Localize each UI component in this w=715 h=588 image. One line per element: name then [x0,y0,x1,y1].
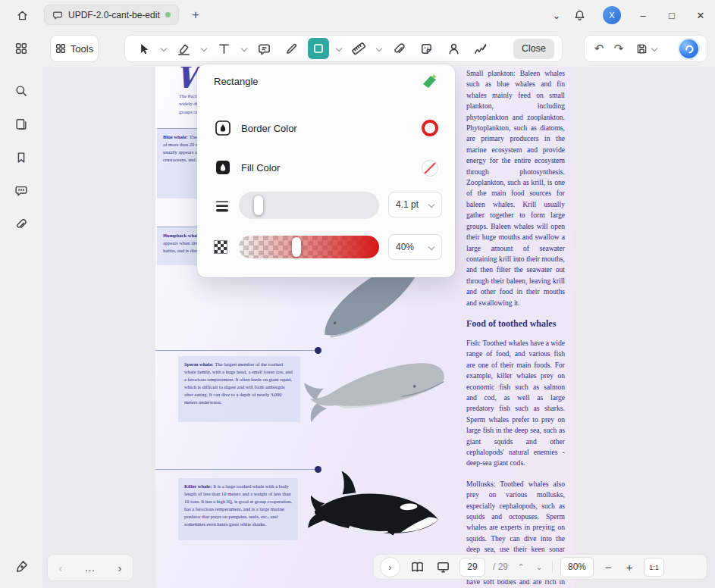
fill-color-icon [214,158,232,177]
search-icon [14,84,28,98]
sidebar-item-attachments[interactable] [8,211,35,238]
attachment-tool[interactable] [388,38,409,59]
chat-bubble-icon [52,10,63,20]
rectangle-shape-tool[interactable] [308,38,329,59]
pages-icon [14,117,28,131]
reader-mode-button[interactable] [408,558,426,576]
sticker-tool[interactable] [416,38,437,59]
callout-line [155,350,319,351]
page-number-input[interactable] [459,558,485,577]
window-menu-chevron[interactable]: ⌄ [545,10,568,21]
page-total-label: / 29 [493,561,508,572]
zoom-level-button[interactable]: 80% [560,557,594,577]
chevron-down-icon [651,45,657,52]
undo-button[interactable]: ↶ [591,42,607,55]
ai-swirl-icon [684,43,695,54]
opacity-value: 40% [396,242,414,252]
paperclip-icon [14,217,28,231]
chevron-down-icon[interactable] [240,45,247,52]
sidebar-item-bookmarks[interactable] [8,144,35,171]
fish-paragraph: Fish: Toothed whales have a wide range o… [466,338,565,469]
highlight-tool[interactable] [173,38,194,59]
border-width-value: 4.1 pt [396,199,419,210]
comment-icon [14,184,28,198]
notifications-button[interactable] [568,9,591,22]
sticky-note-tool[interactable] [253,38,274,59]
save-icon [635,42,648,55]
next-page-button[interactable]: ⌄ [534,562,544,572]
annotation-toolbar: Close [124,35,563,62]
home-button[interactable] [11,5,33,25]
history-forward-button[interactable]: › [118,561,122,574]
new-tab-button[interactable]: + [187,6,205,24]
chevron-down-icon[interactable] [200,45,207,52]
ai-assistant-button[interactable] [678,38,700,60]
close-window-button[interactable]: ✕ [686,0,715,30]
sidebar-item-home-grid[interactable] [8,35,35,62]
opacity-checker-icon [214,240,227,254]
note-text: The largest member of the toothed whale … [184,361,293,405]
bookmark-icon [14,151,28,164]
shape-preset-icon[interactable] [421,73,438,90]
slideshow-button[interactable] [434,558,452,576]
fill-color-swatch-none[interactable] [422,160,438,177]
border-width-slider[interactable] [239,192,379,219]
actual-size-button[interactable]: 1:1 [644,558,664,577]
redo-button[interactable]: ↷ [611,42,626,55]
maximize-button[interactable]: □ [657,0,686,30]
right-text-column: Small plankton: Baleen whales such as bl… [466,68,565,588]
sidebar-item-page-thumbnails[interactable] [8,111,35,138]
sidebar-item-ink-pen[interactable] [8,552,35,580]
killer-whale-note[interactable]: Killer whale:It is a large toothed whale… [178,478,298,540]
opacity-dropdown[interactable]: 40% [388,234,442,260]
unsaved-indicator-dot [165,12,171,17]
book-icon [410,560,425,574]
zoom-in-button[interactable]: + [622,561,636,574]
callout-anchor-dot[interactable] [315,347,321,354]
chevron-down-icon[interactable] [335,45,342,52]
bell-icon [573,9,586,22]
text-comment-tool[interactable] [213,38,234,59]
border-width-slider-handle[interactable] [254,195,263,215]
opacity-slider[interactable] [239,236,379,258]
undo-history-pager: ‹ … › [47,554,133,581]
line-thickness-icon [214,198,230,214]
zoom-out-button[interactable]: − [601,561,615,574]
tab-title: UPDF-2.0-cant-be-edited [68,10,160,20]
divider [552,561,553,573]
tools-menu-button[interactable]: Tools [50,35,99,62]
rectangle-properties-panel: Rectangle Border Color Fill Color 4.1 pt [197,64,455,277]
chevron-down-icon[interactable] [375,45,382,52]
plankton-paragraph: Small plankton: Baleen whales such as bl… [466,68,565,308]
chevron-down-icon [428,202,434,208]
toothed-whales-heading: Food of toothed whales [466,318,565,330]
left-sidebar [0,30,42,588]
border-width-dropdown[interactable]: 4.1 pt [388,192,442,217]
history-save-strip: ↶ ↷ [584,35,707,62]
previous-page-button[interactable]: ⌃ [516,562,526,572]
sperm-whale-note[interactable]: Sperm whale:The largest member of the to… [178,356,300,422]
save-button[interactable] [635,42,657,55]
note-label: Sperm whale: [184,361,213,367]
close-annotation-mode-button[interactable]: Close [513,39,554,59]
history-back-button[interactable]: ‹ [59,561,63,574]
measure-tool[interactable] [348,38,369,59]
tools-grid-icon [55,43,66,54]
home-icon [16,9,29,22]
history-more-button[interactable]: … [85,561,96,574]
callout-line [155,469,319,470]
minimize-button[interactable]: – [629,0,657,30]
document-tab[interactable]: UPDF-2.0-cant-be-edited [44,5,179,25]
expand-panel-button[interactable]: › [380,557,400,577]
signature-tool[interactable] [470,38,491,59]
opacity-slider-handle[interactable] [292,237,301,257]
user-avatar[interactable]: X [603,6,621,24]
sidebar-item-comments[interactable] [8,177,35,205]
stamp-tool[interactable] [443,38,464,59]
pencil-tool[interactable] [281,38,302,59]
panel-title: Rectangle [214,76,259,87]
select-tool[interactable] [133,38,154,59]
sidebar-item-search[interactable] [8,77,35,105]
chevron-down-icon[interactable] [160,45,167,52]
border-color-swatch[interactable] [422,120,438,136]
